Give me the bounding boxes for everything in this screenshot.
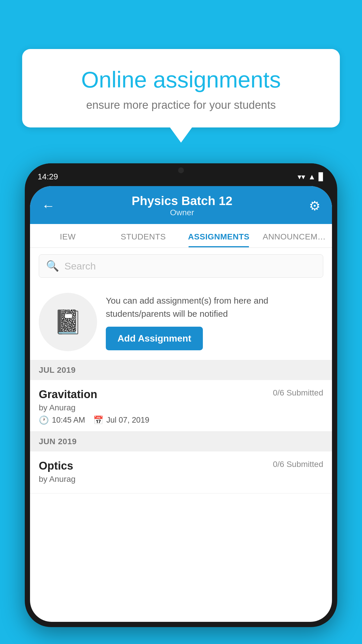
assignment-promo-section: 📓 You can add assignment(s) from here an… bbox=[30, 284, 332, 360]
promo-card: Online assignments ensure more practice … bbox=[22, 49, 340, 127]
assignment-time-gravitation: 10:45 AM bbox=[52, 416, 85, 425]
phone-frame: 14:29 ▾▾ ▲ ▊ ← Physics Batch 12 Owner ⚙ … bbox=[25, 163, 337, 627]
meta-date-gravitation: 📅 Jul 07, 2019 bbox=[93, 415, 149, 425]
phone-notch bbox=[155, 163, 207, 177]
tab-iew[interactable]: IEW bbox=[30, 224, 106, 247]
section-header-jul: JUL 2019 bbox=[30, 360, 332, 380]
promo-text-section: You can add assignment(s) from here and … bbox=[106, 294, 323, 350]
tab-assignments[interactable]: ASSIGNMENTS bbox=[181, 224, 256, 247]
wifi-icon: ▾▾ bbox=[298, 172, 305, 181]
assignment-submitted-gravitation: 0/6 Submitted bbox=[273, 388, 323, 398]
search-box[interactable]: 🔍 Search bbox=[39, 254, 323, 278]
notebook-icon: 📓 bbox=[53, 308, 82, 336]
assignment-top-row: Gravitation 0/6 Submitted bbox=[39, 388, 323, 401]
assignment-by-gravitation: by Anurag bbox=[39, 403, 323, 412]
assignment-meta-gravitation: 🕐 10:45 AM 📅 Jul 07, 2019 bbox=[39, 415, 323, 425]
settings-button[interactable]: ⚙ bbox=[309, 198, 320, 213]
assignment-by-optics: by Anurag bbox=[39, 475, 323, 484]
header-title: Physics Batch 12 bbox=[132, 194, 233, 208]
section-label-jun: JUN 2019 bbox=[39, 437, 77, 446]
assignment-submitted-optics: 0/6 Submitted bbox=[273, 460, 323, 469]
tab-announcements[interactable]: ANNOUNCEM… bbox=[256, 224, 332, 247]
meta-time-gravitation: 🕐 10:45 AM bbox=[39, 415, 85, 425]
header-subtitle: Owner bbox=[132, 208, 233, 217]
assignment-date-gravitation: Jul 07, 2019 bbox=[106, 416, 149, 425]
assignment-item-optics[interactable]: Optics 0/6 Submitted by Anurag bbox=[30, 452, 332, 494]
promo-title: Online assignments bbox=[43, 66, 319, 93]
assignment-top-row-optics: Optics 0/6 Submitted bbox=[39, 460, 323, 472]
assignment-item-gravitation[interactable]: Gravitation 0/6 Submitted by Anurag 🕐 10… bbox=[30, 380, 332, 432]
status-bar: 14:29 ▾▾ ▲ ▊ bbox=[25, 163, 337, 186]
promo-description: You can add assignment(s) from here and … bbox=[106, 294, 323, 320]
phone-screen: ← Physics Batch 12 Owner ⚙ IEW STUDENTS … bbox=[30, 186, 332, 622]
search-placeholder: Search bbox=[64, 260, 96, 272]
battery-icon: ▊ bbox=[319, 172, 324, 181]
assignment-name-gravitation: Gravitation bbox=[39, 388, 97, 401]
clock-icon: 🕐 bbox=[39, 415, 49, 425]
header-center: Physics Batch 12 Owner bbox=[132, 194, 233, 217]
signal-icon: ▲ bbox=[308, 172, 316, 181]
assignment-name-optics: Optics bbox=[39, 460, 73, 472]
promo-subtitle: ensure more practice for your students bbox=[43, 99, 319, 111]
status-time: 14:29 bbox=[38, 172, 58, 181]
tabs-bar: IEW STUDENTS ASSIGNMENTS ANNOUNCEM… bbox=[30, 224, 332, 248]
tab-students[interactable]: STUDENTS bbox=[106, 224, 181, 247]
back-button[interactable]: ← bbox=[42, 198, 55, 214]
app-header: ← Physics Batch 12 Owner ⚙ bbox=[30, 186, 332, 224]
calendar-icon: 📅 bbox=[93, 415, 103, 425]
add-assignment-button[interactable]: Add Assignment bbox=[106, 327, 203, 350]
search-icon: 🔍 bbox=[46, 260, 59, 272]
assignment-icon-wrap: 📓 bbox=[39, 293, 97, 351]
status-icons: ▾▾ ▲ ▊ bbox=[298, 172, 324, 181]
section-header-jun: JUN 2019 bbox=[30, 432, 332, 452]
search-container: 🔍 Search bbox=[30, 248, 332, 284]
section-label-jul: JUL 2019 bbox=[39, 365, 75, 374]
camera-dot bbox=[178, 167, 184, 173]
